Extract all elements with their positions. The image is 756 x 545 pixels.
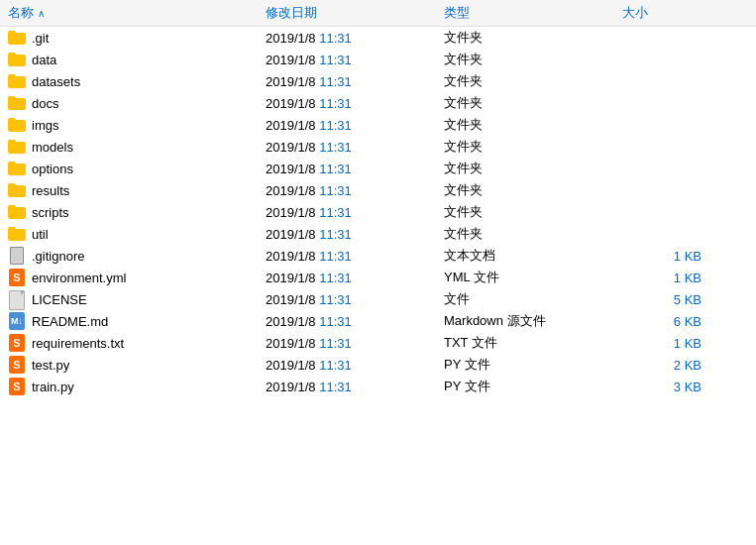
table-row[interactable]: S train.py 2019/1/8 11:31 PY 文件 3 KB <box>0 376 756 397</box>
table-row[interactable]: S environment.yml 2019/1/8 11:31 YML 文件 … <box>0 267 756 288</box>
file-name-cell: M↓ README.md <box>8 313 266 329</box>
table-row[interactable]: docs 2019/1/8 11:31 文件夹 <box>0 92 756 114</box>
table-row[interactable]: imgs 2019/1/8 11:31 文件夹 <box>0 114 756 136</box>
file-name-cell: .gitignore <box>8 248 266 264</box>
file-name: scripts <box>32 205 69 220</box>
file-time: 11:31 <box>319 292 352 307</box>
file-time: 11:31 <box>319 271 352 285</box>
folder-icon <box>8 161 26 176</box>
file-time: 11:31 <box>319 249 352 264</box>
header-type-label: 类型 <box>444 5 470 20</box>
folder-icon <box>8 182 26 198</box>
table-row[interactable]: S test.py 2019/1/8 11:31 PY 文件 2 KB <box>0 354 756 376</box>
table-row[interactable]: LICENSE 2019/1/8 11:31 文件 5 KB <box>0 288 756 310</box>
file-date: 2019/1/8 11:31 <box>266 314 444 329</box>
file-date: 2019/1/8 11:31 <box>266 336 444 351</box>
file-name-cell: models <box>8 139 266 155</box>
file-date: 2019/1/8 11:31 <box>266 205 444 220</box>
file-time: 11:31 <box>319 336 352 351</box>
file-time: 11:31 <box>319 380 352 394</box>
file-date: 2019/1/8 11:31 <box>266 96 444 111</box>
table-row[interactable]: S requirements.txt 2019/1/8 11:31 TXT 文件… <box>0 332 756 354</box>
file-name: LICENSE <box>32 292 87 307</box>
file-size: 2 KB <box>622 358 721 373</box>
file-type: 文件夹 <box>444 203 622 221</box>
table-row[interactable]: results 2019/1/8 11:31 文件夹 <box>0 179 756 201</box>
file-explorer: 名称 ∧ 修改日期 类型 大小 .git 2019/1/8 11:31 文件夹 … <box>0 0 756 397</box>
file-time: 11:31 <box>319 358 352 373</box>
file-name-cell: datasets <box>8 73 266 89</box>
file-time: 11:31 <box>319 162 352 176</box>
file-list: .git 2019/1/8 11:31 文件夹 data 2019/1/8 11… <box>0 27 756 397</box>
file-name: .gitignore <box>32 249 84 264</box>
table-row[interactable]: scripts 2019/1/8 11:31 文件夹 <box>0 201 756 223</box>
gitignore-icon <box>8 248 26 264</box>
file-time: 11:31 <box>319 314 352 329</box>
file-size: 1 KB <box>622 249 721 264</box>
file-name: data <box>32 53 56 67</box>
table-row[interactable]: util 2019/1/8 11:31 文件夹 <box>0 223 756 245</box>
file-date: 2019/1/8 11:31 <box>266 140 444 155</box>
file-name: util <box>32 227 49 242</box>
table-row[interactable]: M↓ README.md 2019/1/8 11:31 Markdown 源文件… <box>0 310 756 332</box>
folder-icon <box>8 226 26 242</box>
file-date: 2019/1/8 11:31 <box>266 31 444 46</box>
header-type[interactable]: 类型 <box>444 4 622 22</box>
file-name: environment.yml <box>32 271 126 285</box>
header-size-label: 大小 <box>622 5 648 20</box>
yaml-icon: S <box>8 270 26 285</box>
file-time: 11:31 <box>319 205 352 220</box>
file-type: 文件夹 <box>444 181 622 199</box>
file-date: 2019/1/8 11:31 <box>266 292 444 307</box>
txt-icon: S <box>8 335 26 351</box>
file-name-cell: scripts <box>8 204 266 220</box>
file-name-cell: imgs <box>8 117 266 133</box>
file-size: 3 KB <box>622 380 721 394</box>
header-date-label: 修改日期 <box>266 5 317 20</box>
file-name: .git <box>32 31 49 46</box>
file-name: requirements.txt <box>32 336 124 351</box>
header-name-label: 名称 <box>8 4 34 22</box>
file-type: YML 文件 <box>444 269 622 286</box>
file-name-cell: S environment.yml <box>8 270 266 285</box>
file-name-cell: LICENSE <box>8 291 266 307</box>
table-row[interactable]: data 2019/1/8 11:31 文件夹 <box>0 49 756 70</box>
file-time: 11:31 <box>319 53 352 67</box>
file-date: 2019/1/8 11:31 <box>266 271 444 285</box>
folder-icon <box>8 95 26 111</box>
file-name: models <box>32 140 73 155</box>
file-name-cell: .git <box>8 30 266 46</box>
table-row[interactable]: .gitignore 2019/1/8 11:31 文本文档 1 KB <box>0 245 756 267</box>
header-name[interactable]: 名称 ∧ <box>8 4 266 22</box>
folder-icon <box>8 73 26 89</box>
folder-icon <box>8 117 26 133</box>
file-time: 11:31 <box>319 96 352 111</box>
file-name: README.md <box>32 314 108 329</box>
file-time: 11:31 <box>319 140 352 155</box>
file-type: 文件夹 <box>444 94 622 112</box>
file-time: 11:31 <box>319 31 352 46</box>
table-row[interactable]: options 2019/1/8 11:31 文件夹 <box>0 158 756 179</box>
file-type: PY 文件 <box>444 356 622 374</box>
table-row[interactable]: datasets 2019/1/8 11:31 文件夹 <box>0 70 756 92</box>
file-time: 11:31 <box>319 183 352 198</box>
file-type: 文件夹 <box>444 72 622 90</box>
header-size[interactable]: 大小 <box>622 4 721 22</box>
file-type: 文件夹 <box>444 225 622 243</box>
table-header: 名称 ∧ 修改日期 类型 大小 <box>0 0 756 27</box>
table-row[interactable]: .git 2019/1/8 11:31 文件夹 <box>0 27 756 49</box>
file-name-cell: util <box>8 226 266 242</box>
header-date[interactable]: 修改日期 <box>266 4 444 22</box>
file-name-cell: docs <box>8 95 266 111</box>
table-row[interactable]: models 2019/1/8 11:31 文件夹 <box>0 136 756 158</box>
file-date: 2019/1/8 11:31 <box>266 358 444 373</box>
file-type: 文本文档 <box>444 247 622 265</box>
file-type: 文件夹 <box>444 116 622 134</box>
file-name: imgs <box>32 118 58 133</box>
folder-icon <box>8 204 26 220</box>
file-date: 2019/1/8 11:31 <box>266 249 444 264</box>
file-type: PY 文件 <box>444 378 622 395</box>
md-icon: M↓ <box>8 313 26 329</box>
file-date: 2019/1/8 11:31 <box>266 227 444 242</box>
file-name-cell: results <box>8 182 266 198</box>
